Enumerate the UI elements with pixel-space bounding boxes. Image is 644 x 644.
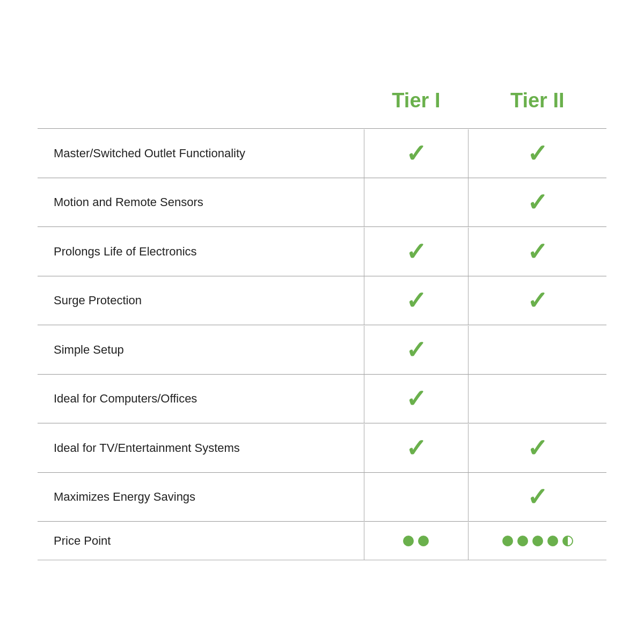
tier1-cell: ✓ (364, 326, 468, 375)
tier2-header: Tier II (469, 84, 606, 129)
feature-cell: Surge Protection (38, 276, 364, 325)
price-dot (418, 536, 429, 546)
tier1-cell (364, 522, 468, 560)
tier2-cell: ✓ (469, 276, 606, 325)
price-dot (517, 536, 528, 546)
tier2-cell: ✓ (469, 473, 606, 522)
table-row: Prolongs Life of Electronics✓✓ (38, 228, 606, 276)
table-row: Maximizes Energy Savings✓ (38, 473, 606, 522)
tier1-cell: ✓ (364, 375, 468, 423)
feature-cell: Simple Setup (38, 326, 364, 375)
table-row: Master/Switched Outlet Functionality✓✓ (38, 129, 606, 178)
check-icon: ✓ (527, 434, 548, 462)
feature-cell: Master/Switched Outlet Functionality (38, 129, 364, 178)
check-icon: ✓ (527, 140, 548, 167)
tier2-cell: ✓ (469, 228, 606, 276)
tier2-cell (469, 326, 606, 375)
price-dots (479, 536, 596, 546)
tier2-cell (469, 375, 606, 423)
tier2-cell: ✓ (469, 178, 606, 227)
check-icon: ✓ (527, 188, 548, 216)
feature-cell: Motion and Remote Sensors (38, 178, 364, 227)
tier1-cell: ✓ (364, 424, 468, 473)
table-row: Ideal for Computers/Offices✓ (38, 375, 606, 423)
table-row: Motion and Remote Sensors✓ (38, 178, 606, 227)
tier2-cell: ✓ (469, 129, 606, 178)
header-row: Tier I Tier II (38, 84, 606, 129)
feature-cell: Price Point (38, 522, 364, 560)
feature-cell: Prolongs Life of Electronics (38, 228, 364, 276)
tier2-cell (469, 522, 606, 560)
tier1-header: Tier I (364, 84, 468, 129)
check-icon: ✓ (527, 238, 548, 266)
tier1-cell: ✓ (364, 129, 468, 178)
feature-cell: Ideal for TV/Entertainment Systems (38, 424, 364, 473)
price-dot (532, 536, 543, 546)
table-row: Price Point (38, 522, 606, 560)
tier1-cell (364, 178, 468, 227)
price-dot (547, 536, 558, 546)
check-icon: ✓ (406, 140, 427, 167)
check-icon: ✓ (406, 336, 427, 364)
price-dot-half (562, 536, 573, 546)
tier2-cell: ✓ (469, 424, 606, 473)
price-dots (375, 536, 457, 546)
feature-cell: Maximizes Energy Savings (38, 473, 364, 522)
check-icon: ✓ (406, 287, 427, 314)
tier1-cell (364, 473, 468, 522)
feature-cell: Ideal for Computers/Offices (38, 375, 364, 423)
check-icon: ✓ (527, 287, 548, 314)
check-icon: ✓ (406, 385, 427, 413)
tier1-cell: ✓ (364, 276, 468, 325)
table-row: Surge Protection✓✓ (38, 276, 606, 325)
tier1-cell: ✓ (364, 228, 468, 276)
price-dot (403, 536, 414, 546)
check-icon: ✓ (527, 483, 548, 511)
feature-header (38, 84, 364, 129)
check-icon: ✓ (406, 434, 427, 462)
price-dot (502, 536, 513, 546)
table-row: Simple Setup✓ (38, 326, 606, 375)
comparison-table: Tier I Tier II Master/Switched Outlet Fu… (38, 84, 606, 560)
table-row: Ideal for TV/Entertainment Systems✓✓ (38, 424, 606, 473)
check-icon: ✓ (406, 238, 427, 266)
